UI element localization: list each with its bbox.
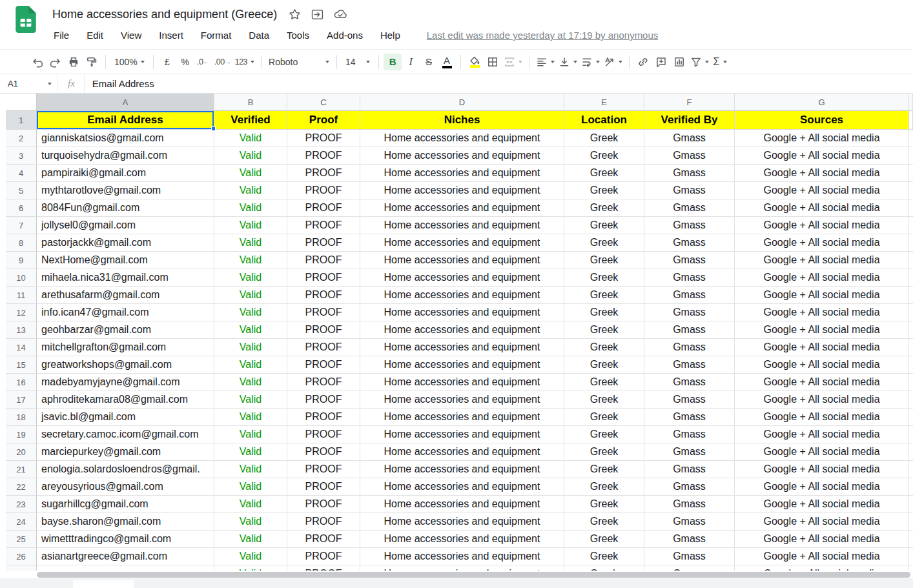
cell-sliver[interactable] bbox=[909, 356, 913, 374]
row-number[interactable]: 3 bbox=[6, 147, 37, 165]
cell-verified-by[interactable]: Gmass bbox=[644, 461, 735, 478]
cell-proof[interactable]: PROOF bbox=[287, 548, 360, 565]
cell-email[interactable] bbox=[37, 565, 214, 571]
cell-proof[interactable]: PROOF bbox=[287, 234, 360, 252]
cell-proof[interactable]: PROOF bbox=[287, 513, 360, 531]
cell-proof[interactable]: PROOF bbox=[287, 252, 360, 269]
cell-location[interactable]: Greek bbox=[564, 147, 644, 165]
cell-verified-by[interactable]: Gmass bbox=[644, 199, 735, 217]
cell-niches[interactable]: Home accessories and equipment bbox=[360, 461, 564, 478]
row-number[interactable]: 5 bbox=[6, 182, 37, 199]
cell-verified[interactable]: Valid bbox=[214, 234, 287, 252]
header-cell-verified-by[interactable]: Verified By bbox=[644, 111, 735, 130]
cell-verified-by[interactable]: Gmass bbox=[644, 304, 735, 321]
cell-email[interactable]: areyousyrious@gmail.com bbox=[37, 478, 214, 496]
cell-verified-by[interactable]: Gmass bbox=[644, 478, 735, 496]
cell-sliver[interactable] bbox=[909, 182, 913, 199]
cell-sliver[interactable] bbox=[909, 391, 913, 409]
cell-location[interactable]: Greek bbox=[564, 252, 644, 269]
cell-location[interactable]: Greek bbox=[564, 531, 644, 548]
font-select[interactable]: Roboto bbox=[266, 54, 332, 70]
cell-location[interactable]: Greek bbox=[564, 165, 644, 182]
cell-sources[interactable]: Google + All social media bbox=[735, 478, 909, 496]
cell-sources[interactable]: Google + All social media bbox=[735, 356, 909, 374]
select-all-corner[interactable] bbox=[6, 94, 37, 111]
cell-sources[interactable]: Google + All social media bbox=[735, 130, 909, 147]
cell-niches[interactable]: Home accessories and equipment bbox=[360, 565, 564, 571]
functions-button[interactable]: Σ bbox=[711, 54, 729, 70]
cell-niches[interactable]: Home accessories and equipment bbox=[360, 182, 564, 199]
cell-verified-by[interactable]: Gmass bbox=[644, 409, 735, 426]
cell-email[interactable]: greatworkshops@gmail.com bbox=[37, 356, 214, 374]
cell-sources[interactable]: Google + All social media bbox=[735, 165, 909, 182]
cell-email[interactable]: geohbarzar@gmail.com bbox=[37, 321, 214, 339]
cell-sliver[interactable] bbox=[909, 426, 913, 443]
cell-sliver[interactable] bbox=[909, 374, 913, 391]
cell-verified-by[interactable]: Gmass bbox=[644, 356, 735, 374]
cell-sources[interactable]: Google + All social media bbox=[735, 217, 909, 234]
cell-email[interactable]: marciepurkey@gmail.com bbox=[37, 443, 214, 461]
cell-sliver[interactable] bbox=[909, 443, 913, 461]
decrease-decimal-button[interactable]: .0← bbox=[194, 54, 212, 70]
cell-proof[interactable]: PROOF bbox=[287, 165, 360, 182]
column-header-b[interactable]: B bbox=[214, 94, 287, 111]
fill-handle[interactable] bbox=[211, 127, 216, 131]
more-formats-button[interactable]: 123 bbox=[233, 54, 256, 70]
cell-proof[interactable]: PROOF bbox=[287, 182, 360, 199]
cell-verified[interactable]: Valid bbox=[214, 443, 287, 461]
column-header-e[interactable]: E bbox=[564, 94, 644, 111]
cell-sources[interactable]: Google + All social media bbox=[735, 426, 909, 443]
column-header-a[interactable]: A bbox=[37, 94, 214, 111]
cell-sources[interactable]: Google + All social media bbox=[735, 269, 909, 287]
cell-niches[interactable]: Home accessories and equipment bbox=[360, 409, 564, 426]
cell-sources[interactable]: Google + All social media bbox=[735, 199, 909, 217]
cell-email[interactable]: aphroditekamara08@gmail.com bbox=[37, 391, 214, 409]
column-header-c[interactable]: C bbox=[287, 94, 360, 111]
cell-proof[interactable]: PROOF bbox=[287, 478, 360, 496]
cell-verified[interactable]: Valid bbox=[214, 374, 287, 391]
cell-location[interactable]: Greek bbox=[564, 130, 644, 147]
header-cell-location[interactable]: Location bbox=[564, 111, 644, 130]
cell-niches[interactable]: Home accessories and equipment bbox=[360, 339, 564, 356]
cell-proof[interactable]: PROOF bbox=[287, 443, 360, 461]
cell-verified[interactable]: Valid bbox=[214, 252, 287, 269]
cell-location[interactable]: Greek bbox=[564, 339, 644, 356]
cell-niches[interactable]: Home accessories and equipment bbox=[360, 496, 564, 513]
row-number[interactable]: 17 bbox=[6, 391, 37, 409]
menu-add-ons[interactable]: Add-ons bbox=[327, 30, 363, 41]
cell-verified-by[interactable]: Gmass bbox=[644, 531, 735, 548]
cell-location[interactable]: Greek bbox=[564, 426, 644, 443]
row-number[interactable]: 7 bbox=[6, 217, 37, 234]
cell-location[interactable]: Greek bbox=[564, 269, 644, 287]
last-edit-link[interactable]: Last edit was made yesterday at 17:19 by… bbox=[427, 30, 659, 41]
google-sheets-logo[interactable] bbox=[15, 6, 36, 33]
cell-proof[interactable]: PROOF bbox=[287, 304, 360, 321]
cell-location[interactable]: Greek bbox=[564, 513, 644, 531]
cell-niches[interactable]: Home accessories and equipment bbox=[360, 147, 564, 165]
cell-verified[interactable]: Valid bbox=[214, 321, 287, 339]
cell-sources[interactable]: Google + All social media bbox=[735, 461, 909, 478]
row-number[interactable]: 8 bbox=[6, 234, 37, 252]
cell-proof[interactable]: PROOF bbox=[287, 461, 360, 478]
insert-comment-button[interactable] bbox=[652, 54, 670, 70]
cell-proof[interactable]: PROOF bbox=[287, 374, 360, 391]
cell-verified[interactable]: Valid bbox=[214, 199, 287, 217]
cell-verified-by[interactable]: Gmass bbox=[644, 252, 735, 269]
row-number[interactable]: 23 bbox=[6, 496, 37, 513]
cell-sources[interactable]: Google + All social media bbox=[735, 531, 909, 548]
cell-verified[interactable]: Valid bbox=[214, 391, 287, 409]
cell-email[interactable]: 8084Fun@gmail.com bbox=[37, 199, 214, 217]
cell-proof[interactable]: PROOF bbox=[287, 321, 360, 339]
cell-proof[interactable]: PROOF bbox=[287, 391, 360, 409]
cell-location[interactable]: Greek bbox=[564, 234, 644, 252]
cell-verified[interactable]: Valid bbox=[214, 496, 287, 513]
cell-niches[interactable]: Home accessories and equipment bbox=[360, 234, 564, 252]
cell-email[interactable]: info.ican47@gmail.com bbox=[37, 304, 214, 321]
cell-verified-by[interactable]: Gmass bbox=[644, 443, 735, 461]
cell-email[interactable]: jollysel0@gmail.com bbox=[37, 217, 214, 234]
cell-sliver[interactable] bbox=[909, 269, 913, 287]
cell-verified-by[interactable]: Gmass bbox=[644, 130, 735, 147]
cell-sources[interactable]: Google + All social media bbox=[735, 147, 909, 165]
cell-location[interactable]: Greek bbox=[564, 409, 644, 426]
cell-sliver[interactable] bbox=[909, 147, 913, 165]
